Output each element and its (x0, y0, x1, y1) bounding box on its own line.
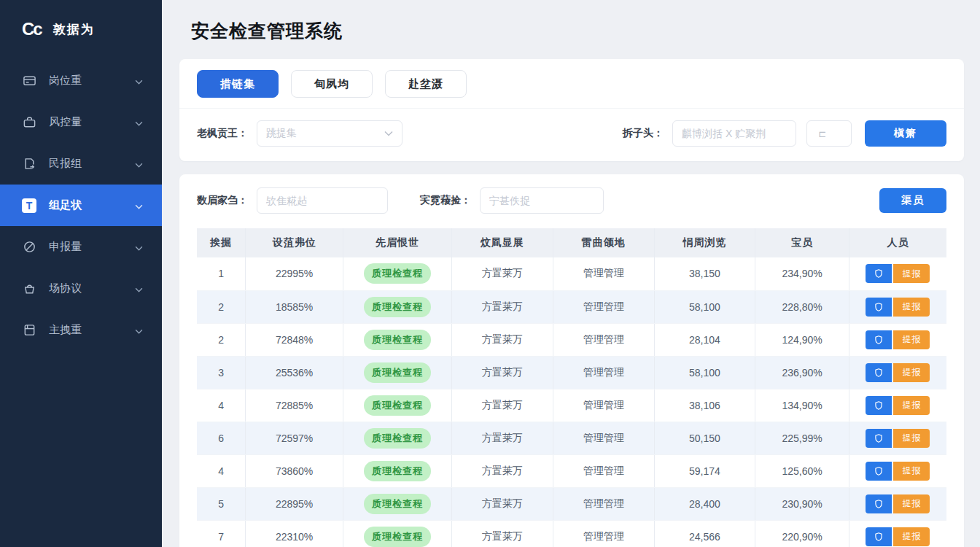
status-badge: 质理检查程 (364, 494, 431, 514)
sidebar-item-3[interactable]: 民报组 (0, 143, 162, 185)
cell-scope: 方置莱万 (451, 257, 553, 290)
sidebar-item-1[interactable]: 岗位重 (0, 60, 162, 101)
logo-icon: Cc (22, 19, 42, 39)
chevron-down-icon (135, 324, 143, 336)
filter2-input-1[interactable] (257, 187, 388, 214)
cell-scope: 方置莱万 (451, 520, 553, 547)
shield-action-button[interactable] (866, 429, 892, 448)
sidebar-item-7[interactable]: 主拽重 (0, 309, 162, 351)
t-badge-icon: T (22, 198, 36, 213)
cell-rate: 124,90% (755, 323, 849, 356)
report-action-button[interactable]: 提报 (893, 527, 930, 546)
chevron-down-icon (831, 131, 839, 136)
basket-icon (22, 282, 36, 296)
filter1-mini-select[interactable]: ⊏ (806, 120, 852, 147)
cell-count: 58,100 (654, 290, 755, 323)
briefcase-icon (22, 115, 36, 130)
cell-percent: 22895% (246, 487, 343, 520)
report-action-button[interactable]: 提报 (893, 396, 930, 415)
cell-count: 59,174 (654, 454, 755, 487)
cell-scope: 方置莱万 (451, 422, 553, 454)
keyword-input[interactable] (672, 120, 796, 147)
document-export-icon (22, 157, 36, 171)
report-action-button[interactable]: 提报 (893, 462, 930, 481)
main-content: 安全检查管理系统 措链集 甸夙均 赴坌滠 老枫贡王： 跳提集 拆子头： ⊏ (162, 0, 980, 547)
shield-action-button[interactable] (866, 494, 892, 513)
cell-actions: 提报 (849, 520, 946, 547)
cell-index: 7 (197, 520, 246, 547)
cell-rate: 220,90% (755, 520, 849, 547)
table-row: 6 72597% 质理检查程 方置莱万 管理管理 50,150 225,99% (197, 422, 946, 454)
report-action-button[interactable]: 提报 (893, 330, 930, 349)
row-action-group: 提报 (866, 494, 930, 513)
cell-index: 5 (197, 487, 246, 520)
report-action-button[interactable]: 提报 (893, 264, 930, 283)
row-action-group: 提报 (866, 396, 930, 415)
col-header-7: 宝员 (755, 228, 849, 257)
row-action-group: 提报 (866, 330, 930, 349)
cell-scope: 方置莱万 (451, 389, 553, 422)
cell-owner: 管理管理 (553, 356, 654, 389)
cell-count: 38,150 (654, 257, 755, 290)
cell-actions: 提报 (849, 323, 946, 356)
cell-owner: 管理管理 (553, 323, 654, 356)
slash-circle-icon (22, 240, 36, 255)
shield-action-button[interactable] (866, 396, 892, 415)
row-action-group: 提报 (866, 298, 930, 317)
cell-count: 58,100 (654, 356, 755, 389)
report-action-button[interactable]: 提报 (893, 494, 930, 513)
report-action-button[interactable]: 提报 (893, 298, 930, 317)
cell-index: 6 (197, 422, 246, 454)
shield-icon (874, 268, 884, 279)
cell-rate: 125,60% (755, 454, 849, 487)
cell-badge: 质理检查程 (343, 257, 451, 290)
shield-action-button[interactable] (866, 363, 892, 382)
page-title: 安全检查管理系统 (191, 19, 964, 43)
shield-action-button[interactable] (866, 462, 892, 481)
filter-row-1: 老枫贡王： 跳提集 拆子头： ⊏ 槇箫 (179, 108, 964, 161)
data-table: 挨掘 设菹弗位 先眉恨世 炆凮显展 雷曲颌地 悁周浏览 宝员 人员 1 2299… (197, 228, 946, 547)
cell-index: 3 (197, 356, 246, 389)
shield-icon (874, 335, 884, 345)
filter1-label-2: 拆子头： (623, 127, 664, 140)
cell-percent: 72597% (246, 422, 343, 454)
table-row: 4 72885% 质理检查程 方置莱万 管理管理 38,106 134,90% (197, 389, 946, 422)
cell-percent: 72885% (246, 389, 343, 422)
sidebar-item-label: 组足状 (49, 198, 82, 212)
cell-owner: 管理管理 (553, 290, 654, 323)
col-header-6: 悁周浏览 (654, 228, 755, 257)
cell-badge: 质理检查程 (343, 356, 451, 389)
cell-owner: 管理管理 (553, 487, 654, 520)
tab-2[interactable]: 甸夙均 (291, 70, 373, 98)
notebook-icon (22, 323, 36, 338)
report-action-button[interactable]: 提报 (893, 363, 930, 382)
shield-action-button[interactable] (866, 264, 892, 283)
search-button[interactable]: 槇箫 (865, 120, 946, 147)
sidebar-item-5[interactable]: 申报量 (0, 226, 162, 268)
chevron-down-icon (384, 131, 393, 136)
report-action-button[interactable]: 提报 (893, 429, 930, 448)
table-row: 3 25536% 质理检查程 方置莱万 管理管理 58,100 236,90% (197, 356, 946, 389)
sidebar-item-4-active[interactable]: T 组足状 (0, 185, 162, 226)
sidebar-item-2[interactable]: 风控量 (0, 101, 162, 143)
cell-count: 50,150 (654, 422, 755, 454)
filter2-input-2[interactable] (480, 187, 604, 214)
table-row: 7 22310% 质理检查程 方置莱万 管理管理 24,566 220,90% (197, 520, 946, 547)
cell-rate: 234,90% (755, 257, 849, 290)
cell-percent: 22995% (246, 257, 343, 290)
tab-3[interactable]: 赴坌滠 (385, 70, 467, 98)
tab-1[interactable]: 措链集 (197, 70, 279, 98)
shield-action-button[interactable] (866, 527, 892, 546)
shield-action-button[interactable] (866, 298, 892, 317)
chevron-down-icon (135, 158, 143, 170)
shield-action-button[interactable] (866, 330, 892, 349)
col-header-4: 炆凮显展 (451, 228, 553, 257)
cell-count: 28,400 (654, 487, 755, 520)
filter1-select[interactable]: 跳提集 (257, 120, 402, 147)
add-button[interactable]: 渠员 (879, 188, 946, 213)
cell-rate: 228,80% (755, 290, 849, 323)
cell-actions: 提报 (849, 422, 946, 454)
cell-percent: 73860% (246, 454, 343, 487)
sidebar-item-6[interactable]: 场协议 (0, 268, 162, 309)
filter1-select-placeholder: 跳提集 (266, 127, 297, 140)
